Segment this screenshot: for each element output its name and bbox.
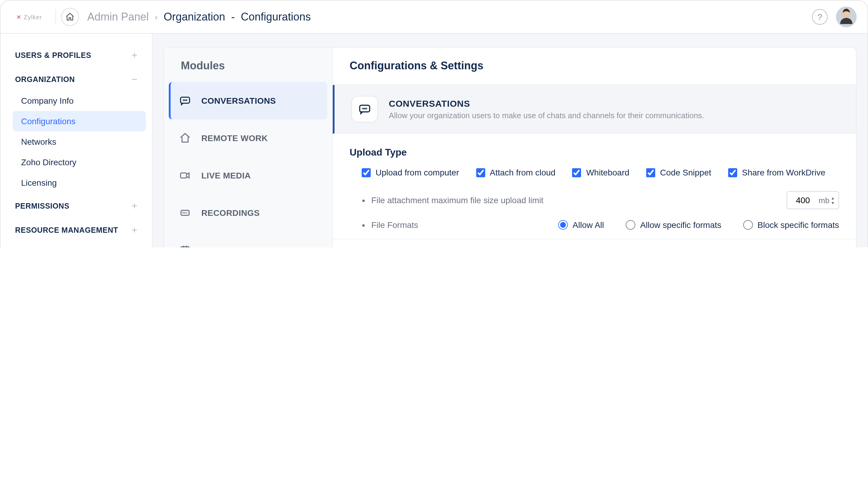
chat-icon bbox=[351, 96, 378, 122]
nav-group-customization[interactable]: CUSTOMIZATION + bbox=[7, 243, 146, 248]
avatar-icon bbox=[836, 7, 856, 27]
unit-label: mb bbox=[819, 195, 829, 205]
sidebar-item-licensing[interactable]: Licensing bbox=[13, 172, 146, 193]
module-live-media[interactable]: LIVE MEDIA bbox=[169, 157, 327, 194]
nav-group-organization[interactable]: ORGANIZATION − bbox=[7, 69, 146, 90]
plus-icon: + bbox=[132, 201, 137, 211]
sidebar-item-company-info[interactable]: Company Info bbox=[13, 90, 146, 111]
minus-icon: − bbox=[132, 74, 137, 85]
breadcrumb-section: Organization bbox=[164, 11, 225, 23]
nav-group-label: ORGANIZATION bbox=[15, 75, 75, 84]
checkbox-code-snippet[interactable]: Code Snippet bbox=[646, 168, 711, 177]
radio-block-specific[interactable]: Block specific formats bbox=[743, 220, 839, 230]
sidebar: USERS & PROFILES + ORGANIZATION − Compan… bbox=[1, 34, 153, 248]
hero-title: CONVERSATIONS bbox=[389, 98, 704, 108]
modules-panel: Modules CONVERSATIONS REMOTE WORK LIV bbox=[164, 48, 333, 248]
checkbox-input[interactable] bbox=[646, 168, 655, 177]
nav-group-label: USERS & PROFILES bbox=[15, 51, 91, 60]
radio-input[interactable] bbox=[743, 220, 752, 230]
svg-point-16 bbox=[364, 108, 365, 109]
home-button[interactable] bbox=[60, 8, 79, 26]
radio-input[interactable] bbox=[558, 220, 568, 230]
svg-point-3 bbox=[183, 100, 184, 101]
help-icon: ? bbox=[817, 12, 822, 22]
breadcrumb-page: Configurations bbox=[241, 11, 311, 23]
modules-title: Modules bbox=[164, 48, 332, 82]
checkbox-input[interactable] bbox=[476, 168, 485, 177]
checkbox-label: Attach from cloud bbox=[490, 168, 555, 177]
module-label: LIVE MEDIA bbox=[201, 171, 251, 180]
max-size-stepper[interactable]: mb ▲▼ bbox=[787, 191, 839, 209]
module-label: RECORDINGS bbox=[201, 208, 260, 218]
plus-icon: + bbox=[132, 50, 137, 61]
settings-title: Configurations & Settings bbox=[333, 48, 856, 85]
svg-point-15 bbox=[363, 108, 363, 109]
settings-pane: Configurations & Settings CONVERSATIONS … bbox=[333, 48, 856, 248]
section-delete-messages: Delete messages ✓ Time frame to allow de… bbox=[333, 239, 856, 248]
module-label: REMOTE WORK bbox=[201, 133, 268, 143]
topbar: ✕Zylker Admin Panel › Organization - Con… bbox=[1, 1, 867, 34]
radio-label: Allow specific formats bbox=[640, 220, 721, 230]
module-remote-work[interactable]: REMOTE WORK bbox=[169, 119, 327, 157]
checkbox-input[interactable] bbox=[362, 168, 371, 177]
svg-point-4 bbox=[185, 100, 185, 101]
checkbox-label: Code Snippet bbox=[660, 168, 711, 177]
module-label: CONVERSATIONS bbox=[201, 96, 276, 105]
checkbox-whiteboard[interactable]: Whiteboard bbox=[572, 168, 629, 177]
checkbox-label: Share from WorkDrive bbox=[742, 168, 825, 177]
avatar[interactable] bbox=[836, 7, 856, 27]
svg-point-5 bbox=[186, 100, 187, 101]
section-upload-type: Upload Type Upload from computer Attach … bbox=[333, 134, 856, 239]
chat-icon bbox=[178, 94, 192, 107]
checkbox-label: Upload from computer bbox=[376, 168, 459, 177]
checkbox-label: Whiteboard bbox=[586, 168, 629, 177]
svg-rect-9 bbox=[181, 246, 189, 248]
nav-group-permissions[interactable]: PERMISSIONS + bbox=[7, 195, 146, 217]
radio-label: Allow All bbox=[573, 220, 604, 230]
home-icon bbox=[178, 132, 192, 145]
stepper-arrows-icon[interactable]: ▲▼ bbox=[831, 195, 835, 205]
divider bbox=[55, 9, 56, 25]
svg-text:REC: REC bbox=[183, 211, 188, 214]
radio-label: Block specific formats bbox=[758, 220, 839, 230]
home-icon bbox=[65, 12, 74, 22]
section-title: Upload Type bbox=[350, 143, 839, 165]
sidebar-item-configurations[interactable]: Configurations bbox=[13, 111, 146, 132]
checkbox-share-workdrive[interactable]: Share from WorkDrive bbox=[728, 168, 825, 177]
hero-subtitle: Allow your organization users to make us… bbox=[389, 111, 704, 120]
breadcrumb: Admin Panel › Organization - Configurati… bbox=[87, 11, 311, 23]
sidebar-item-networks[interactable]: Networks bbox=[13, 132, 146, 152]
chevron-right-icon: › bbox=[155, 12, 158, 22]
radio-allow-all[interactable]: Allow All bbox=[558, 220, 604, 230]
file-formats-label: File Formats bbox=[371, 220, 418, 230]
nav-group-users-profiles[interactable]: USERS & PROFILES + bbox=[7, 45, 146, 66]
module-label: CALENDAR EVENTS bbox=[201, 245, 287, 248]
help-button[interactable]: ? bbox=[812, 9, 828, 25]
svg-rect-6 bbox=[180, 173, 187, 178]
module-recordings[interactable]: REC RECORDINGS bbox=[169, 194, 327, 232]
breadcrumb-dash: - bbox=[231, 11, 235, 23]
nav-group-resource-management[interactable]: RESOURCE MANAGEMENT + bbox=[7, 220, 146, 241]
module-hero: CONVERSATIONS Allow your organization us… bbox=[333, 85, 856, 134]
module-calendar-events[interactable]: CALENDAR EVENTS bbox=[169, 232, 327, 248]
nav-group-label: PERMISSIONS bbox=[15, 202, 69, 210]
video-icon bbox=[178, 169, 192, 182]
max-size-label: File attachment maximum file size upload… bbox=[371, 195, 543, 205]
recording-icon: REC bbox=[178, 206, 192, 220]
checkbox-upload-computer[interactable]: Upload from computer bbox=[362, 168, 459, 177]
nav-group-label: RESOURCE MANAGEMENT bbox=[15, 226, 118, 235]
checkbox-input[interactable] bbox=[728, 168, 737, 177]
breadcrumb-root[interactable]: Admin Panel bbox=[87, 11, 149, 23]
product-logo: ✕Zylker bbox=[8, 14, 50, 20]
max-size-input[interactable] bbox=[791, 195, 815, 205]
checkbox-input[interactable] bbox=[572, 168, 581, 177]
calendar-icon bbox=[178, 243, 192, 248]
radio-allow-specific[interactable]: Allow specific formats bbox=[626, 220, 721, 230]
plus-icon: + bbox=[132, 225, 137, 236]
sidebar-item-zoho-directory[interactable]: Zoho Directory bbox=[13, 152, 146, 172]
checkbox-attach-cloud[interactable]: Attach from cloud bbox=[476, 168, 555, 177]
svg-point-17 bbox=[366, 108, 367, 109]
radio-input[interactable] bbox=[626, 220, 635, 230]
module-conversations[interactable]: CONVERSATIONS bbox=[169, 82, 327, 119]
